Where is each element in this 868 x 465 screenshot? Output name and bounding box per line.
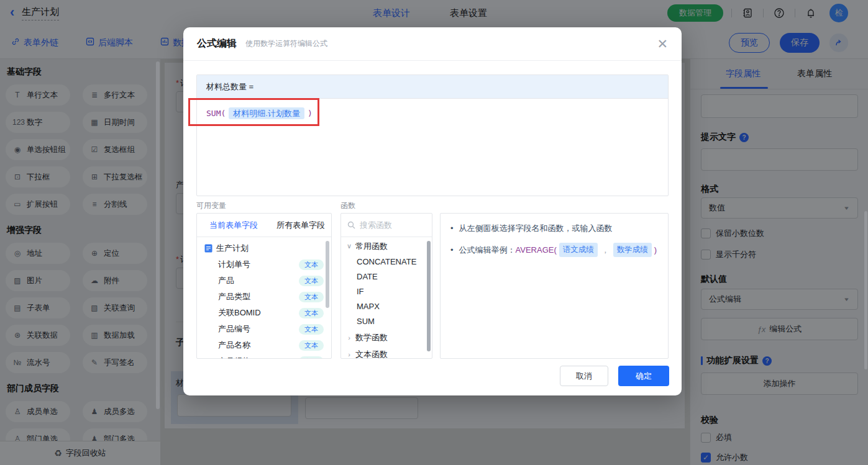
- variable-field-row[interactable]: 产品类型文本: [197, 289, 331, 305]
- tab-current-form-fields[interactable]: 当前表单字段: [209, 220, 258, 231]
- save-button[interactable]: 保存: [780, 33, 820, 53]
- palette-scrollbar[interactable]: [156, 61, 160, 409]
- function-search-input[interactable]: 搜索函数: [341, 214, 432, 237]
- field-type-关联查询[interactable]: ▧关联查询: [83, 297, 147, 318]
- field-type-icon: ⊕: [89, 249, 99, 258]
- thousand-checkbox[interactable]: 显示千分符: [701, 249, 756, 260]
- avatar[interactable]: 检: [829, 4, 848, 22]
- close-icon[interactable]: ✕: [657, 37, 668, 50]
- field-input[interactable]: [305, 397, 418, 419]
- function-item-CONCATENATE[interactable]: CONCATENATE: [341, 254, 432, 269]
- format-select[interactable]: 数值▼: [701, 197, 858, 219]
- function-item-DATE[interactable]: DATE: [341, 269, 432, 284]
- field-type-数据加载[interactable]: ▥数据加载: [83, 325, 147, 346]
- link-icon: [11, 37, 20, 48]
- field-type-下拉复选框[interactable]: ⊞下拉复选框: [83, 166, 147, 187]
- help-icon[interactable]: [772, 6, 787, 20]
- variable-field-row[interactable]: 计划单号文本: [197, 256, 331, 273]
- chevron-down-icon: ∨: [346, 242, 352, 250]
- function-group-文本函数[interactable]: ›文本函数: [341, 346, 432, 359]
- bell-icon[interactable]: [803, 6, 818, 20]
- field-type-icon: ≡: [89, 200, 99, 209]
- field-type-地址[interactable]: ◎地址: [6, 243, 70, 264]
- field-type-手写签名[interactable]: ✎手写签名: [83, 352, 147, 373]
- field-type-多行文本[interactable]: ≣多行文本: [83, 84, 147, 106]
- field-type-关联数据[interactable]: ⊛关联数据: [6, 325, 70, 346]
- data-permission-icon: [160, 37, 169, 48]
- tab-form-properties[interactable]: 表单属性: [797, 68, 832, 79]
- toolbar-link-link[interactable]: 表单外链: [11, 37, 58, 48]
- variables-scrollbar[interactable]: [326, 241, 329, 308]
- field-type-icon: ≣: [89, 91, 99, 99]
- function-group-常用函数[interactable]: ∨常用函数: [341, 238, 432, 254]
- hint-label: 提示文字?: [701, 132, 749, 143]
- field-type-成员单选[interactable]: ♙成员单选: [6, 401, 70, 422]
- back-icon[interactable]: ‹: [10, 6, 14, 19]
- function-group-数学函数[interactable]: ›数学函数: [341, 330, 432, 345]
- topbar-tabs: 表单设计 表单设置: [373, 0, 487, 26]
- field-type-icon: ▧: [89, 304, 99, 312]
- divider: [795, 9, 795, 17]
- field-type-badge: 文本: [299, 356, 324, 359]
- chevron-down-icon: ▼: [843, 297, 850, 302]
- divider: [763, 9, 764, 17]
- field-type-分割线[interactable]: ≡分割线: [83, 194, 147, 215]
- variable-field-row[interactable]: 关联BOMID文本: [197, 305, 331, 321]
- share-icon[interactable]: [829, 34, 848, 52]
- tab-form-design[interactable]: 表单设计: [373, 7, 410, 19]
- field-type-子表单[interactable]: ▤子表单: [6, 297, 70, 318]
- field-type-附件[interactable]: ☁附件: [83, 270, 147, 291]
- field-type-流水号[interactable]: №流水号: [6, 352, 70, 373]
- field-input[interactable]: [177, 394, 291, 417]
- edit-formula-button[interactable]: ƒx编辑公式: [701, 318, 858, 340]
- question-icon[interactable]: ?: [762, 356, 772, 366]
- properties-panel: 字段属性 表单属性 提示文字? 格式 数值▼ 保留小数位数 显示千分符 默认值 …: [690, 59, 868, 465]
- add-action-button[interactable]: 添加操作: [701, 372, 858, 395]
- properties-scrollbar[interactable]: [864, 211, 867, 369]
- variable-field-row[interactable]: 产品规格文本: [197, 353, 331, 359]
- hint-input[interactable]: [701, 148, 858, 171]
- function-item-MAPX[interactable]: MAPX: [341, 299, 432, 314]
- field-type-icon: ◎: [12, 249, 22, 258]
- tab-all-form-fields[interactable]: 所有表单字段: [276, 220, 325, 231]
- confirm-button[interactable]: 确定: [618, 366, 669, 386]
- variables-panel: 当前表单字段 所有表单字段 生产计划 计划单号文本产品文本产品类型文本关联BOM…: [196, 213, 332, 359]
- tab-field-properties[interactable]: 字段属性: [726, 68, 761, 79]
- field-type-成员多选[interactable]: ♟成员多选: [83, 401, 147, 422]
- default-value-select[interactable]: 公式编辑▼: [701, 289, 858, 310]
- allow-decimal-checkbox[interactable]: ✓允许小数: [701, 452, 748, 463]
- variable-field-row[interactable]: 产品文本: [197, 273, 331, 289]
- variable-field-row[interactable]: 产品编号文本: [197, 321, 331, 337]
- decimal-checkbox[interactable]: 保留小数位数: [701, 228, 764, 239]
- field-type-单选按钮组[interactable]: ◉单选按钮组: [6, 139, 70, 160]
- field-type-扩展按钮[interactable]: ▭扩展按钮: [6, 194, 70, 215]
- form-designer-page: ‹ 生产计划 表单设计 表单设置 数据管理 检 表单外链后端脚本数据权限: [0, 0, 868, 465]
- field-type-定位[interactable]: ⊕定位: [83, 243, 147, 264]
- field-type-icon: ♙: [12, 407, 22, 416]
- function-item-SUM[interactable]: SUM: [341, 314, 432, 328]
- field-type-日期时间[interactable]: ▦日期时间: [83, 112, 147, 133]
- functions-scrollbar[interactable]: [427, 241, 431, 351]
- example-field-tag: 语文成绩: [559, 243, 598, 257]
- function-item-IF[interactable]: IF: [341, 284, 432, 299]
- field-type-下拉框[interactable]: ⊡下拉框: [6, 166, 70, 187]
- toolbar-link-script[interactable]: 后端脚本: [86, 37, 133, 48]
- required-checkbox[interactable]: 必填: [701, 432, 732, 443]
- question-icon[interactable]: ?: [739, 133, 749, 142]
- formula-edit-modal: 公式编辑 使用数学运算符编辑公式 ✕ 材料总数量 = SUM(材料明细.计划数量…: [183, 27, 682, 395]
- field-palette: 基础字段T单行文本≣多行文本123数字▦日期时间◉单选按钮组☑复选框组⊡下拉框⊞…: [0, 59, 160, 465]
- variable-field-row[interactable]: 产品名称文本: [197, 337, 331, 353]
- field-recycle-button[interactable]: ♻ 字段回收站: [0, 441, 160, 465]
- tab-form-settings[interactable]: 表单设置: [450, 7, 487, 19]
- cancel-button[interactable]: 取消: [560, 366, 608, 386]
- field-type-复选框组[interactable]: ☑复选框组: [83, 139, 147, 160]
- field-title-input[interactable]: [701, 94, 858, 118]
- preview-button[interactable]: 预览: [729, 33, 770, 53]
- field-type-单行文本[interactable]: T单行文本: [6, 84, 70, 106]
- active-tab-underline: [720, 87, 768, 89]
- tree-root[interactable]: 生产计划: [197, 240, 331, 256]
- field-type-数字[interactable]: 123数字: [6, 112, 70, 133]
- contacts-icon[interactable]: [740, 6, 755, 20]
- field-type-图片[interactable]: ▨图片: [6, 270, 70, 291]
- data-manage-button[interactable]: 数据管理: [667, 4, 723, 22]
